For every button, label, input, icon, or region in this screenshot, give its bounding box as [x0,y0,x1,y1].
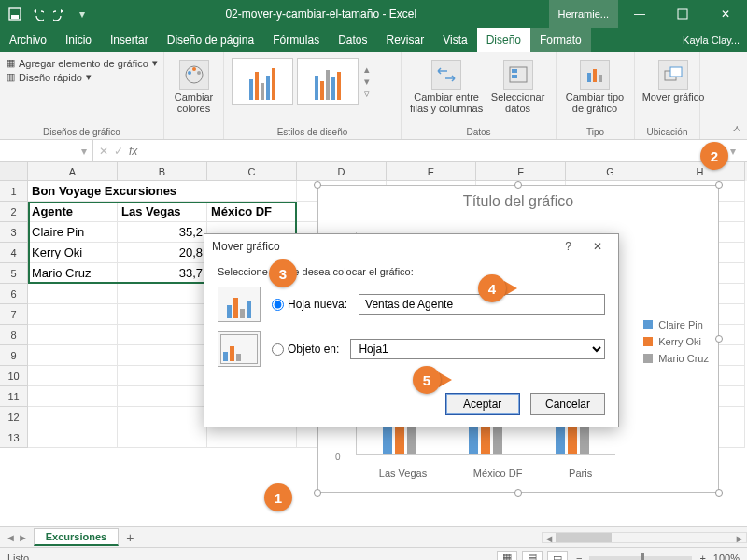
cancel-button[interactable]: Cancelar [530,393,605,415]
close-icon[interactable]: ✕ [704,0,747,28]
cell[interactable]: México DF [207,202,297,222]
cell[interactable]: Agente [28,202,118,222]
col-header[interactable]: C [207,162,297,181]
chart-title[interactable]: Título del gráfico [318,186,718,217]
tab-inicio[interactable]: Inicio [56,28,101,52]
cell[interactable] [118,284,207,304]
cell[interactable] [118,427,207,448]
row-header[interactable]: 10 [0,366,28,386]
cell[interactable]: Bon Voyage Excursiones [28,181,297,202]
row-header[interactable]: 5 [0,263,28,284]
add-sheet-button[interactable]: + [119,530,141,545]
tab-vista[interactable]: Vista [433,28,476,52]
dialog-close-button[interactable]: ✕ [585,240,611,253]
cell[interactable] [28,427,118,448]
scroll-right-icon[interactable]: ► [733,533,746,542]
col-header[interactable]: G [566,162,655,181]
cell[interactable] [207,427,297,448]
col-header[interactable]: F [476,162,566,181]
col-header[interactable]: B [118,162,207,181]
cell[interactable] [118,386,207,407]
zoom-in-button[interactable]: + [699,553,705,561]
cambiar-filas-cols-button[interactable]: Cambiar entre filas y columnas [407,56,486,114]
object-in-select[interactable]: Hoja1 [350,339,605,359]
tab-formulas[interactable]: Fórmulas [263,28,329,52]
cell[interactable]: 33,7 [118,263,207,284]
cambiar-tipo-button[interactable]: Cambiar tipo de gráfico [562,56,627,114]
col-header[interactable]: H [655,162,745,181]
cell[interactable] [118,345,207,366]
cell[interactable]: 35,2 [118,222,207,243]
chart-style-2[interactable] [297,58,359,105]
cancel-formula-icon[interactable]: ✕ [99,145,108,158]
chart-style-1[interactable] [232,58,293,105]
cell[interactable]: Claire Pin [28,222,118,243]
undo-icon[interactable] [26,3,49,25]
select-all-corner[interactable] [0,162,28,181]
dialog-help-button[interactable]: ? [556,240,582,253]
zoom-out-button[interactable]: − [576,553,582,561]
tab-diseno-pagina[interactable]: Diseño de página [158,28,263,52]
account-name[interactable]: Kayla Clay... [675,28,747,52]
page-layout-view-icon[interactable]: ▤ [522,551,543,561]
collapse-ribbon-icon[interactable]: ㅅ [732,122,741,135]
cell[interactable] [118,325,207,345]
resize-handle[interactable] [715,181,723,189]
ok-button[interactable]: Aceptar [445,393,520,415]
col-header[interactable]: E [387,162,476,181]
scrollbar-thumb[interactable] [556,533,612,542]
row-header[interactable]: 2 [0,202,28,222]
seleccionar-datos-button[interactable]: Seleccionar datos [486,56,550,114]
cell[interactable] [118,407,207,427]
tab-insertar[interactable]: Insertar [101,28,158,52]
enter-formula-icon[interactable]: ✓ [114,145,123,158]
cell[interactable] [28,345,118,366]
row-header[interactable]: 11 [0,386,28,407]
row-header[interactable]: 12 [0,407,28,427]
tab-archivo[interactable]: Archivo [0,28,56,52]
radio-objeto-en-input[interactable] [272,343,284,356]
cell[interactable] [28,366,118,386]
minimize-icon[interactable]: ― [618,0,661,28]
cell[interactable] [118,304,207,325]
cell[interactable] [28,407,118,427]
cell[interactable]: Kerry Oki [28,243,118,263]
row-header[interactable]: 8 [0,325,28,345]
sheet-nav-prev-icon[interactable]: ◄ [6,532,16,543]
cell[interactable]: Las Vegas [118,202,207,222]
resize-handle[interactable] [514,181,522,189]
styles-gallery-icon[interactable]: ▿ [364,88,370,100]
redo-icon[interactable] [49,3,71,25]
maximize-icon[interactable] [661,0,704,28]
row-header[interactable]: 7 [0,304,28,325]
cell[interactable]: Mario Cruz [28,263,118,284]
cambiar-colores-button[interactable]: Cambiar colores [162,56,227,114]
tab-diseno[interactable]: Diseño [477,28,530,52]
save-icon[interactable] [4,3,26,25]
sheet-tab-excursiones[interactable]: Excursiones [34,528,119,546]
fx-icon[interactable]: fx [129,145,137,158]
row-header[interactable]: 13 [0,427,28,448]
cell[interactable] [28,325,118,345]
diseno-rapido-button[interactable]: ▥Diseño rápido▾ [6,70,158,84]
name-box[interactable]: ▾ [0,140,93,161]
tab-datos[interactable]: Datos [329,28,376,52]
radio-hoja-nueva-input[interactable] [272,299,284,311]
zoom-slider[interactable] [589,556,692,560]
sheet-nav-next-icon[interactable]: ► [18,532,28,543]
styles-scroll-up-icon[interactable]: ▴ [364,63,370,76]
tab-formato[interactable]: Formato [530,28,591,52]
resize-handle[interactable] [715,335,723,343]
row-header[interactable]: 9 [0,345,28,366]
mover-grafico-button[interactable]: Mover gráfico [641,56,706,103]
normal-view-icon[interactable]: ▦ [497,551,517,561]
col-header[interactable]: D [297,162,387,181]
cell[interactable]: 20,8 [118,243,207,263]
cell[interactable] [28,386,118,407]
row-header[interactable]: 4 [0,243,28,263]
row-header[interactable]: 6 [0,284,28,304]
resize-handle[interactable] [514,489,522,497]
expand-formula-icon[interactable]: ▾ [730,145,736,158]
cell[interactable] [118,366,207,386]
qat-dropdown-icon[interactable]: ▾ [71,3,93,25]
